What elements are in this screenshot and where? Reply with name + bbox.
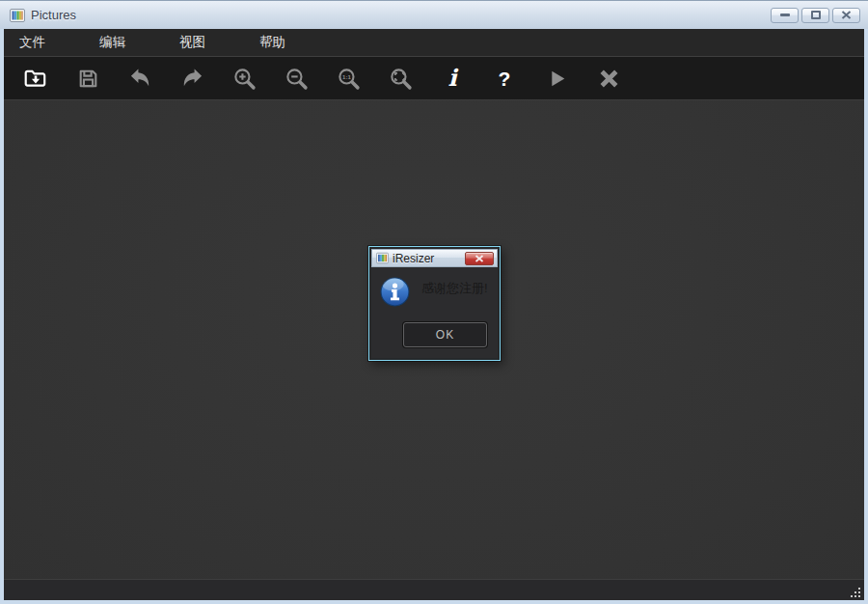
- menu-edit[interactable]: 编辑: [99, 34, 125, 51]
- menu-file[interactable]: 文件: [19, 34, 45, 51]
- dialog-close-icon: [475, 255, 484, 262]
- zoom-out-button[interactable]: [284, 66, 309, 91]
- maximize-button[interactable]: [801, 8, 829, 23]
- resize-grip[interactable]: [851, 588, 861, 598]
- undo-icon: [128, 67, 152, 91]
- minimize-button[interactable]: [771, 8, 799, 23]
- dialog-titlebar[interactable]: iResizer: [371, 249, 498, 267]
- iresizer-dialog: iResizer: [368, 246, 501, 361]
- run-button[interactable]: [544, 66, 569, 91]
- status-bar: [4, 579, 864, 600]
- cancel-icon: [597, 67, 621, 91]
- zoom-in-icon: [232, 67, 257, 91]
- menu-help[interactable]: 帮助: [259, 34, 285, 51]
- canvas-area[interactable]: iResizer: [4, 100, 864, 579]
- cancel-button[interactable]: [596, 66, 621, 91]
- svg-text:1:1: 1:1: [342, 73, 351, 79]
- open-folder-icon: [23, 66, 48, 91]
- toolbar: 1:1 i ?: [4, 56, 864, 100]
- zoom-in-button[interactable]: [231, 66, 257, 91]
- titlebar[interactable]: Pictures: [0, 0, 868, 29]
- menu-view[interactable]: 视图: [179, 34, 205, 51]
- app-window: Pictures 文件 编辑 视图 帮助: [0, 0, 868, 604]
- zoom-actual-size-icon: 1:1: [337, 67, 361, 91]
- undo-button[interactable]: [127, 66, 152, 91]
- play-icon: [545, 67, 569, 91]
- redo-icon: [180, 67, 204, 91]
- help-button[interactable]: ?: [492, 66, 517, 91]
- window-title: Pictures: [31, 8, 76, 22]
- maximize-icon: [811, 11, 821, 19]
- help-icon: ?: [499, 69, 511, 89]
- save-icon: [76, 67, 100, 91]
- zoom-fit-button[interactable]: [388, 66, 413, 91]
- app-icon: [10, 8, 25, 23]
- dialog-close-button[interactable]: [465, 252, 494, 265]
- minimize-icon: [780, 14, 790, 16]
- close-button[interactable]: [832, 8, 860, 23]
- dialog-app-icon: [376, 252, 389, 264]
- zoom-fit-icon: [389, 67, 413, 91]
- info-button[interactable]: i: [440, 66, 465, 91]
- dialog-title: iResizer: [393, 252, 434, 265]
- info-icon: i: [448, 67, 456, 90]
- zoom-actual-size-button[interactable]: 1:1: [336, 66, 361, 91]
- dialog-ok-button[interactable]: OK: [403, 322, 487, 347]
- open-button[interactable]: [23, 66, 48, 91]
- dialog-body: 感谢您注册! OK: [371, 267, 498, 358]
- zoom-out-icon: [285, 67, 309, 91]
- app-frame: 文件 编辑 视图 帮助: [4, 29, 864, 600]
- window-controls: [768, 8, 860, 23]
- dialog-info-icon: [379, 276, 411, 308]
- close-icon: [841, 11, 852, 19]
- dialog-message: 感谢您注册!: [421, 280, 488, 297]
- save-button[interactable]: [75, 66, 100, 91]
- redo-button[interactable]: [179, 66, 204, 91]
- menu-bar: 文件 编辑 视图 帮助: [4, 29, 864, 56]
